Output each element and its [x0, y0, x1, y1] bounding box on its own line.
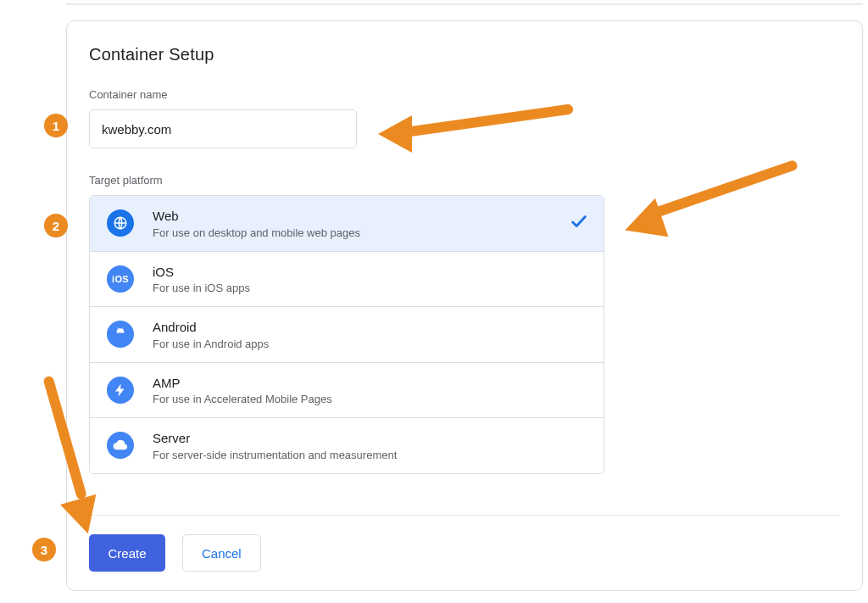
platform-title: AMP	[153, 375, 588, 392]
footer-actions: Create Cancel	[89, 534, 261, 572]
platform-subtitle: For use in iOS apps	[153, 282, 588, 294]
annotation-step-2: 2	[44, 214, 68, 237]
android-icon	[107, 321, 134, 348]
target-platform-label: Target platform	[89, 174, 840, 187]
annotation-step-3: 3	[32, 538, 56, 561]
target-platform-list: Web For use on desktop and mobile web pa…	[89, 195, 604, 474]
platform-title: iOS	[153, 264, 588, 281]
platform-option-ios[interactable]: iOS iOS For use in iOS apps	[90, 251, 604, 307]
check-icon	[570, 212, 588, 235]
globe-icon	[107, 209, 134, 237]
platform-option-android[interactable]: Android For use in Android apps	[90, 306, 604, 362]
platform-subtitle: For use in Android apps	[153, 338, 588, 350]
cloud-icon	[107, 432, 134, 459]
top-divider	[66, 3, 863, 5]
platform-title: Server	[153, 430, 588, 447]
platform-option-web[interactable]: Web For use on desktop and mobile web pa…	[90, 196, 604, 251]
create-button[interactable]: Create	[89, 534, 165, 572]
platform-title: Android	[153, 319, 588, 336]
page-title: Container Setup	[89, 45, 840, 64]
container-name-label: Container name	[89, 88, 840, 101]
platform-option-amp[interactable]: AMP For use in Accelerated Mobile Pages	[90, 362, 604, 418]
platform-title: Web	[153, 208, 551, 225]
container-name-input[interactable]	[89, 109, 357, 148]
annotation-step-1: 1	[44, 114, 68, 137]
platform-option-server[interactable]: Server For server-side instrumentation a…	[90, 417, 604, 473]
platform-subtitle: For use in Accelerated Mobile Pages	[153, 393, 588, 405]
bolt-icon	[107, 377, 134, 404]
cancel-button[interactable]: Cancel	[182, 534, 261, 572]
platform-subtitle: For server-side instrumentation and meas…	[153, 449, 588, 461]
ios-icon: iOS	[107, 265, 134, 293]
platform-subtitle: For use on desktop and mobile web pages	[153, 226, 551, 239]
footer-divider	[89, 515, 840, 516]
container-setup-card: Container Setup Container name Target pl…	[66, 20, 863, 591]
